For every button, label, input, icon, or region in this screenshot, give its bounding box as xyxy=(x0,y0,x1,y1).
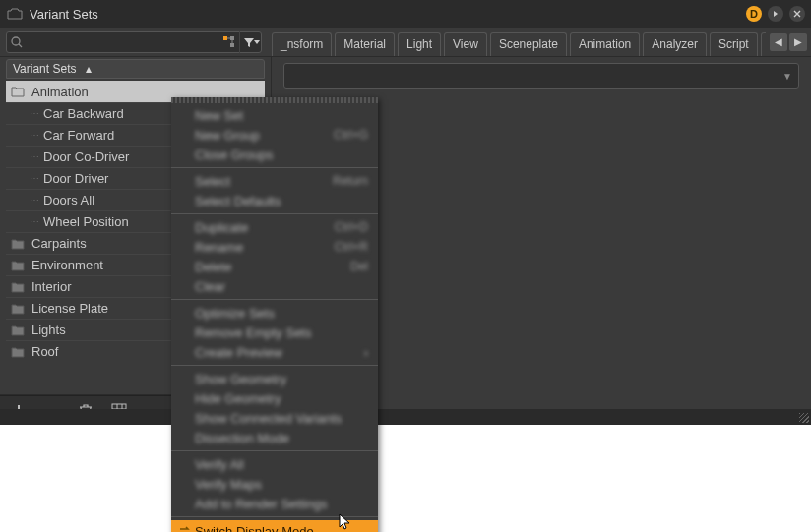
search-icon xyxy=(7,35,27,49)
tab-light[interactable]: Light xyxy=(398,32,441,56)
menu-item-verify-maps[interactable]: Verify Maps xyxy=(171,474,378,494)
menu-item-label: Optimize Sets xyxy=(195,306,275,321)
tabs-scroll-right[interactable]: ▶ xyxy=(789,33,807,51)
menu-item-switch-display-mode[interactable]: Switch Display Mode xyxy=(171,520,378,532)
tree-folder-label: License Plate xyxy=(31,301,108,316)
close-button[interactable] xyxy=(789,6,805,22)
tab-view[interactable]: View xyxy=(444,32,487,56)
main-dropdown[interactable]: ▼ xyxy=(283,63,799,89)
menu-item-duplicate[interactable]: DuplicateCtrl+D xyxy=(171,217,378,237)
folder-icon xyxy=(10,281,26,293)
tree-folder-label: Environment xyxy=(31,258,103,272)
menu-item-select-defaults[interactable]: Select Defaults xyxy=(171,191,378,210)
struct-icon[interactable] xyxy=(218,31,239,53)
menu-item-clear[interactable]: Clear xyxy=(171,276,378,296)
menu-item-label: Dissection Mode xyxy=(195,431,289,445)
folder-icon xyxy=(10,303,26,315)
titlebar[interactable]: Variant Sets D xyxy=(0,0,811,28)
chevron-down-icon: ▼ xyxy=(782,71,792,82)
resize-grip[interactable] xyxy=(0,409,811,425)
tab-bar: _nsformMaterialLightViewSceneplateAnimat… xyxy=(272,28,766,56)
tab-script[interactable]: Script xyxy=(710,32,758,56)
folder-icon xyxy=(10,238,26,250)
folder-icon xyxy=(10,346,26,358)
filter-icon[interactable] xyxy=(239,31,261,53)
app-icon xyxy=(6,5,24,23)
menu-item-add-to-render-settings[interactable]: Add to Render Settings xyxy=(171,494,378,513)
menu-item-show-connected-variants[interactable]: Show Connected Variants xyxy=(171,408,378,428)
menu-item-label: New Group xyxy=(195,128,260,143)
menu-item-dissection-mode[interactable]: Dissection Mode xyxy=(171,428,378,447)
menu-item-label: Verify All xyxy=(195,457,244,472)
tree-folder-label: Carpaints xyxy=(31,236,87,251)
menu-item-label: Add to Render Settings xyxy=(195,497,327,511)
toolbar: _nsformMaterialLightViewSceneplateAnimat… xyxy=(0,28,811,57)
side-header[interactable]: Variant Sets ▴ xyxy=(6,59,265,79)
menu-item-label: Close Groups xyxy=(195,148,273,162)
menu-item-hide-geometry[interactable]: Hide Geometry xyxy=(171,388,378,408)
tree-folder-label: Roof xyxy=(31,344,58,359)
menu-item-label: Select xyxy=(195,174,230,189)
tabs-scroll-left[interactable]: ◀ xyxy=(770,33,787,51)
menu-item-remove-empty-sets[interactable]: Remove Empty Sets xyxy=(171,323,378,342)
menu-separator xyxy=(171,365,378,366)
menu-item-label: Create Preview xyxy=(195,345,282,360)
window-title: Variant Sets xyxy=(30,7,746,22)
menu-item-label: Show Geometry xyxy=(195,372,286,386)
svg-point-0 xyxy=(12,37,20,45)
menu-item-label: Switch Display Mode xyxy=(195,524,314,533)
menu-item-new-set[interactable]: New Set xyxy=(171,105,378,125)
tab-material[interactable]: Material xyxy=(335,32,395,56)
tree-item-label: Wheel Position xyxy=(43,214,129,229)
menu-item-label: Remove Empty Sets xyxy=(195,325,312,340)
tree-item-label: Doors All xyxy=(43,193,94,207)
menu-separator xyxy=(171,516,378,517)
tree-item-label: Door Co-Driver xyxy=(43,149,129,164)
search-box[interactable] xyxy=(6,31,262,53)
forward-button[interactable] xyxy=(768,6,783,22)
tab-analyzer[interactable]: Analyzer xyxy=(643,32,707,56)
menu-item-label: Duplicate xyxy=(195,220,248,235)
tab-nsform[interactable]: _nsform xyxy=(272,32,332,56)
menu-item-rename[interactable]: RenameCtrl+R xyxy=(171,237,378,257)
folder-open-icon xyxy=(10,86,26,97)
tab-sceneplate[interactable]: Sceneplate xyxy=(490,32,567,56)
search-input[interactable] xyxy=(27,35,218,49)
menu-shortcut: Ctrl+G xyxy=(334,128,368,142)
svg-rect-3 xyxy=(230,43,234,47)
menu-shortcut: Ctrl+D xyxy=(335,220,368,234)
d-badge[interactable]: D xyxy=(746,6,762,22)
menu-item-new-group[interactable]: New GroupCtrl+G xyxy=(171,125,378,145)
folder-icon xyxy=(10,260,26,271)
menu-item-select[interactable]: SelectReturn xyxy=(171,171,378,191)
menu-item-label: New Set xyxy=(195,108,243,123)
menu-item-show-geometry[interactable]: Show Geometry xyxy=(171,369,378,388)
menu-drag-handle[interactable] xyxy=(171,97,378,103)
tree-group-label: Animation xyxy=(31,85,89,99)
menu-item-optimize-sets[interactable]: Optimize Sets xyxy=(171,303,378,323)
menu-item-close-groups[interactable]: Close Groups xyxy=(171,145,378,164)
menu-shortcut: Ctrl+R xyxy=(335,240,368,254)
chevron-up-icon: ▴ xyxy=(82,62,95,76)
tree-folder-label: Lights xyxy=(31,323,66,337)
tab-animation[interactable]: Animation xyxy=(570,32,640,56)
menu-separator xyxy=(171,167,378,168)
menu-separator xyxy=(171,213,378,214)
menu-item-label: Select Defaults xyxy=(195,194,281,208)
menu-item-create-preview[interactable]: Create Preview xyxy=(171,342,378,362)
menu-item-label: Hide Geometry xyxy=(195,391,281,406)
tree-item-label: Car Backward xyxy=(43,106,124,121)
svg-rect-2 xyxy=(230,36,234,40)
side-header-label: Variant Sets xyxy=(13,62,76,76)
menu-item-label: Rename xyxy=(195,240,243,255)
folder-icon xyxy=(10,325,26,336)
tree-item-label: Car Forward xyxy=(43,128,114,143)
menu-item-delete[interactable]: DeleteDel xyxy=(171,257,378,276)
menu-item-verify-all[interactable]: Verify All xyxy=(171,454,378,474)
menu-item-label: Delete xyxy=(195,260,232,274)
menu-separator xyxy=(171,299,378,300)
svg-rect-1 xyxy=(223,36,227,40)
menu-item-label: Show Connected Variants xyxy=(195,411,342,426)
menu-item-label: Verify Maps xyxy=(195,477,262,492)
switch-icon xyxy=(177,524,191,532)
